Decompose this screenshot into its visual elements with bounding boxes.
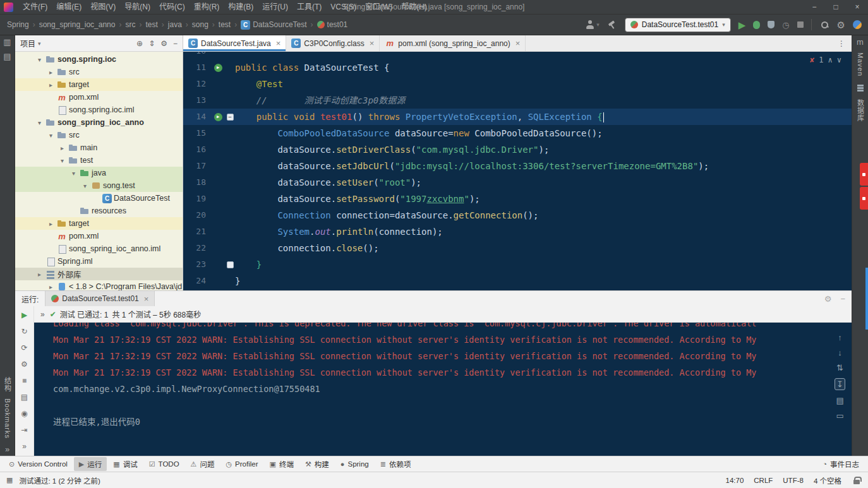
console-line[interactable]: Mon Mar 21 17:32:19 CST 2022 WARN: Estab… (53, 348, 852, 364)
code-line[interactable]: 17 dataSource.setJdbcUrl("jdbc:mysql://l… (183, 158, 852, 174)
build-tab[interactable]: ⚒构建 (300, 457, 334, 471)
chevron-icon[interactable]: ▾ (69, 170, 78, 177)
scroll-up-icon[interactable]: ↑ (838, 333, 842, 342)
settings-gear-icon[interactable]: ⚙ (824, 295, 832, 303)
bookmarks-tool-button[interactable]: Bookmarks (4, 398, 11, 439)
tree-row[interactable]: ▸target (15, 78, 183, 91)
breadcrumb-item[interactable]: DataSourceTest (240, 19, 307, 31)
profiler-button[interactable]: ◷ (782, 21, 789, 29)
breadcrumb-item[interactable]: Spring (6, 19, 30, 30)
menu-item[interactable]: 文件(F) (18, 0, 52, 14)
code-line[interactable]: 12 @Test (183, 76, 852, 92)
print-console-icon[interactable]: ▤ (836, 396, 843, 405)
tree-row[interactable]: Spring.iml (15, 255, 183, 268)
chevron-icon[interactable]: ▾ (35, 119, 44, 126)
next-problem-icon[interactable]: ∨ (837, 56, 841, 64)
clear-console-icon[interactable]: ▭ (836, 411, 843, 420)
code-line[interactable]: 15 ComboPooledDataSource dataSource=new … (183, 125, 852, 141)
edge-notification-badge[interactable] (860, 187, 868, 210)
chevron-icon[interactable]: ▸ (47, 69, 55, 76)
code-line[interactable]: 19 dataSource.setPassword("1997zxcvbnm")… (183, 191, 852, 207)
chevron-icon[interactable]: ▸ (47, 81, 55, 88)
menu-item[interactable]: 编辑(E) (52, 0, 86, 14)
code-line[interactable]: 24} (183, 273, 852, 289)
stop-button[interactable] (797, 21, 804, 28)
run-tab[interactable]: ▶运行 (74, 457, 107, 471)
console-line[interactable]: 进程已结束,退出代码0 (53, 414, 852, 430)
editor[interactable]: 1011▶public class DataSourceTest {12 @Te… (183, 52, 852, 290)
spring-tab[interactable]: ●Spring (335, 458, 374, 470)
code-line[interactable]: 11▶public class DataSourceTest { (183, 59, 852, 76)
scroll-to-end-icon[interactable]: ↧ (835, 378, 845, 390)
tree-row[interactable]: DataSourceTest (15, 192, 183, 205)
expand-shelf-icon[interactable]: » (40, 310, 45, 319)
user-menu-button[interactable]: ▾ (585, 20, 600, 30)
chevron-icon[interactable]: ▾ (58, 157, 66, 164)
chevron-icon[interactable]: ▾ (81, 182, 89, 189)
breadcrumb-item[interactable]: test01 (316, 19, 349, 30)
tree-row[interactable]: ▾test (15, 154, 183, 167)
run-tab[interactable]: DataSourceTest.test01 × (45, 291, 155, 306)
file-encoding[interactable]: UTF-8 (783, 477, 804, 484)
more-options-icon[interactable]: » (19, 441, 30, 452)
database-tool-button[interactable]: 数据库 (855, 99, 865, 122)
fold-marker[interactable] (225, 261, 235, 268)
screenshot-icon[interactable]: ◉ (19, 408, 30, 419)
code-line[interactable]: 18 dataSource.setUser("root"); (183, 174, 852, 191)
tree-row[interactable]: resources (15, 205, 183, 217)
rerun-failed-tests-icon[interactable]: ↻ (19, 326, 30, 337)
run-console[interactable]: Loading class `com.mysql.jdbc.Driver'. T… (34, 323, 852, 456)
editor-tab[interactable]: C3P0Config.class× (286, 35, 380, 51)
code-line[interactable]: 23 } (183, 256, 852, 273)
debug-button[interactable] (753, 21, 760, 29)
code-line[interactable]: 13 // 测试手动创建c3p0数据源 (183, 92, 852, 109)
code-line[interactable]: 22 connection.close(); (183, 240, 852, 256)
dependencies-tab[interactable]: ≣依赖项 (375, 457, 416, 471)
project-tool-icon[interactable]: ▥ (3, 38, 11, 46)
indent-config[interactable]: 4 个空格 (814, 475, 841, 485)
tree-row[interactable]: ▸main (15, 141, 183, 154)
fold-marker-box[interactable] (227, 261, 234, 268)
console-line[interactable]: Loading class `com.mysql.jdbc.Driver'. T… (53, 323, 852, 331)
expand-collapse-icon[interactable]: ⇕ (148, 39, 155, 48)
breadcrumb-item[interactable]: song_spring_ioc_anno (39, 19, 116, 30)
settings-gear-icon[interactable]: ⚙ (837, 20, 845, 30)
menu-item[interactable]: 导航(N) (120, 0, 155, 14)
console-line[interactable]: com.mchange.v2.c3p0.impl.NewProxyConnect… (53, 381, 852, 397)
breadcrumb-item[interactable]: test (145, 19, 158, 30)
tree-row[interactable]: ▸src (15, 66, 183, 78)
tree-row[interactable]: ▸target (15, 217, 183, 230)
code-line[interactable]: 21 System.out.println(connection); (183, 223, 852, 240)
structure-tool-button[interactable]: 结构 (3, 377, 13, 392)
test-settings-wrench-icon[interactable]: ⚙ (19, 359, 30, 370)
editor-tab[interactable]: pom.xml (song_spring_ioc_anno)× (380, 35, 526, 51)
breadcrumb-item[interactable]: test (218, 19, 231, 30)
toggle-auto-test-icon[interactable]: ⟳ (19, 342, 30, 354)
prev-problem-icon[interactable]: ∧ (828, 56, 833, 64)
chevron-icon[interactable]: ▸ (58, 145, 66, 152)
breadcrumb-item[interactable]: src (124, 19, 136, 30)
maven-icon[interactable]: m (857, 38, 864, 46)
hide-panel-icon[interactable]: − (840, 295, 845, 303)
close-icon[interactable]: × (515, 39, 521, 48)
tree-row[interactable]: ▸外部库 (15, 268, 183, 280)
tab-options-icon[interactable]: ⋮ (831, 35, 852, 51)
menu-item[interactable]: 工具(T) (292, 0, 326, 14)
console-line[interactable]: Mon Mar 21 17:32:19 CST 2022 WARN: Estab… (53, 331, 852, 348)
run-test-icon[interactable]: ▶ (214, 64, 222, 72)
tree-row[interactable]: ▾song.spring.ioc (15, 53, 183, 66)
debug-tab[interactable]: ▦调试 (108, 457, 142, 471)
status-message[interactable]: 测试通过: 1 (2 分钟 之前) (19, 475, 100, 485)
search-everywhere-icon[interactable] (819, 20, 829, 30)
more-tool-windows-icon[interactable]: » (5, 445, 9, 453)
menu-item[interactable]: 代码(C) (155, 0, 190, 14)
edge-notification-badge[interactable] (860, 163, 868, 186)
caret-position[interactable]: 14:70 (726, 477, 744, 484)
hide-panel-icon[interactable]: − (173, 39, 178, 48)
tree-row[interactable]: pom.xml (15, 230, 183, 242)
settings-gear-icon[interactable]: ⚙ (160, 39, 167, 48)
restore-button[interactable]: □ (825, 0, 847, 14)
tree-row[interactable]: song.spring.ioc.iml (15, 104, 183, 116)
terminal-tab[interactable]: ▣终端 (265, 457, 299, 471)
rerun-tests-icon[interactable]: ▶ (19, 309, 30, 321)
